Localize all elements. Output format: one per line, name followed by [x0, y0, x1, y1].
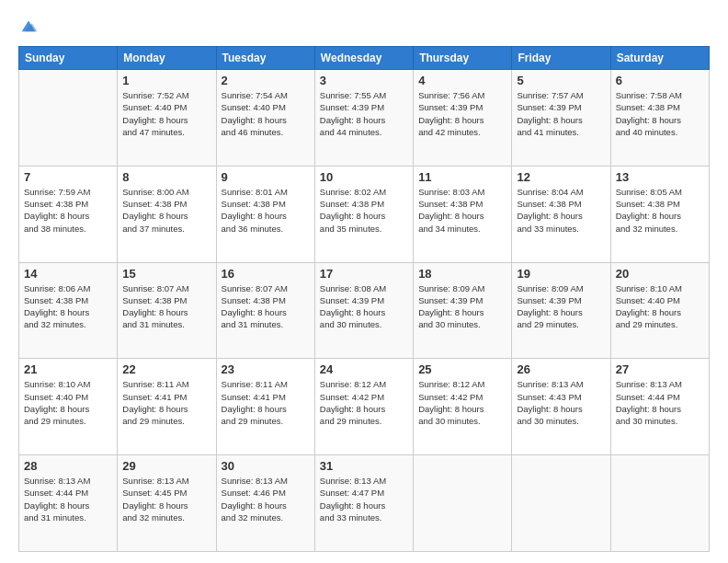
- day-info: Sunrise: 8:03 AMSunset: 4:38 PMDaylight:…: [418, 186, 506, 235]
- day-info: Sunrise: 8:08 AMSunset: 4:39 PMDaylight:…: [320, 282, 408, 331]
- weekday-header-row: SundayMondayTuesdayWednesdayThursdayFrid…: [19, 47, 710, 70]
- day-number: 2: [222, 74, 310, 87]
- calendar-cell: 19Sunrise: 8:09 AMSunset: 4:39 PMDayligh…: [512, 262, 610, 359]
- day-number: 16: [222, 267, 310, 281]
- day-number: 30: [222, 459, 310, 473]
- calendar-cell: 5Sunrise: 7:57 AMSunset: 4:39 PMDaylight…: [512, 70, 610, 167]
- calendar-cell: 4Sunrise: 7:56 AMSunset: 4:39 PMDaylight…: [414, 70, 512, 167]
- day-info: Sunrise: 8:04 AMSunset: 4:38 PMDaylight:…: [517, 186, 605, 235]
- day-number: 12: [517, 170, 605, 184]
- day-info: Sunrise: 8:13 AMSunset: 4:44 PMDaylight:…: [24, 475, 112, 523]
- day-number: 21: [24, 362, 112, 376]
- calendar-cell: 10Sunrise: 8:02 AMSunset: 4:38 PMDayligh…: [314, 166, 413, 262]
- day-number: 17: [320, 267, 408, 281]
- calendar-cell: [19, 70, 118, 167]
- weekday-header: Thursday: [414, 47, 512, 70]
- day-info: Sunrise: 8:06 AMSunset: 4:38 PMDaylight:…: [24, 282, 112, 331]
- weekday-header: Saturday: [610, 47, 709, 70]
- day-info: Sunrise: 7:58 AMSunset: 4:38 PMDaylight:…: [616, 89, 704, 138]
- calendar-cell: 9Sunrise: 8:01 AMSunset: 4:38 PMDaylight…: [216, 166, 314, 262]
- day-number: 15: [122, 267, 210, 281]
- calendar-cell: 27Sunrise: 8:13 AMSunset: 4:44 PMDayligh…: [610, 359, 709, 455]
- calendar-week-row: 1Sunrise: 7:52 AMSunset: 4:40 PMDaylight…: [19, 70, 710, 167]
- day-info: Sunrise: 8:01 AMSunset: 4:38 PMDaylight:…: [222, 186, 310, 235]
- day-number: 3: [320, 74, 408, 87]
- weekday-header: Friday: [512, 47, 610, 70]
- calendar-cell: [512, 455, 610, 552]
- day-info: Sunrise: 7:59 AMSunset: 4:38 PMDaylight:…: [24, 186, 112, 235]
- calendar-cell: 13Sunrise: 8:05 AMSunset: 4:38 PMDayligh…: [610, 166, 709, 262]
- day-info: Sunrise: 8:13 AMSunset: 4:43 PMDaylight:…: [517, 378, 605, 427]
- weekday-header: Monday: [118, 47, 216, 70]
- page: SundayMondayTuesdayWednesdayThursdayFrid…: [0, 0, 728, 563]
- calendar-cell: 30Sunrise: 8:13 AMSunset: 4:46 PMDayligh…: [216, 455, 314, 552]
- calendar-cell: 14Sunrise: 8:06 AMSunset: 4:38 PMDayligh…: [19, 262, 118, 359]
- calendar-cell: 11Sunrise: 8:03 AMSunset: 4:38 PMDayligh…: [414, 166, 512, 262]
- day-number: 18: [418, 267, 506, 281]
- calendar-cell: 28Sunrise: 8:13 AMSunset: 4:44 PMDayligh…: [19, 455, 118, 552]
- calendar-cell: 17Sunrise: 8:08 AMSunset: 4:39 PMDayligh…: [314, 262, 413, 359]
- calendar-cell: 2Sunrise: 7:54 AMSunset: 4:40 PMDaylight…: [216, 70, 314, 167]
- calendar-cell: [414, 455, 512, 552]
- day-info: Sunrise: 7:57 AMSunset: 4:39 PMDaylight:…: [517, 89, 605, 138]
- day-number: 27: [616, 362, 704, 376]
- day-info: Sunrise: 8:07 AMSunset: 4:38 PMDaylight:…: [122, 282, 210, 331]
- calendar-week-row: 14Sunrise: 8:06 AMSunset: 4:38 PMDayligh…: [19, 262, 710, 359]
- calendar: SundayMondayTuesdayWednesdayThursdayFrid…: [18, 46, 710, 552]
- calendar-cell: 20Sunrise: 8:10 AMSunset: 4:40 PMDayligh…: [610, 262, 709, 359]
- day-number: 8: [122, 170, 210, 184]
- logo-icon: [18, 17, 39, 37]
- day-number: 6: [616, 74, 704, 87]
- calendar-cell: 29Sunrise: 8:13 AMSunset: 4:45 PMDayligh…: [118, 455, 216, 552]
- day-info: Sunrise: 7:52 AMSunset: 4:40 PMDaylight:…: [122, 89, 210, 138]
- weekday-header: Tuesday: [216, 47, 314, 70]
- day-number: 19: [517, 267, 605, 281]
- calendar-cell: 23Sunrise: 8:11 AMSunset: 4:41 PMDayligh…: [216, 359, 314, 455]
- day-number: 23: [222, 362, 310, 376]
- calendar-week-row: 28Sunrise: 8:13 AMSunset: 4:44 PMDayligh…: [19, 455, 710, 552]
- calendar-week-row: 7Sunrise: 7:59 AMSunset: 4:38 PMDaylight…: [19, 166, 710, 262]
- day-number: 20: [616, 267, 704, 281]
- day-number: 4: [418, 74, 506, 87]
- day-info: Sunrise: 8:02 AMSunset: 4:38 PMDaylight:…: [320, 186, 408, 235]
- calendar-cell: 12Sunrise: 8:04 AMSunset: 4:38 PMDayligh…: [512, 166, 610, 262]
- day-number: 24: [320, 362, 408, 376]
- calendar-cell: 24Sunrise: 8:12 AMSunset: 4:42 PMDayligh…: [314, 359, 413, 455]
- day-number: 29: [122, 459, 210, 473]
- calendar-cell: 16Sunrise: 8:07 AMSunset: 4:38 PMDayligh…: [216, 262, 314, 359]
- calendar-cell: 26Sunrise: 8:13 AMSunset: 4:43 PMDayligh…: [512, 359, 610, 455]
- day-number: 7: [24, 170, 112, 184]
- calendar-cell: 31Sunrise: 8:13 AMSunset: 4:47 PMDayligh…: [314, 455, 413, 552]
- calendar-cell: [610, 455, 709, 552]
- calendar-cell: 8Sunrise: 8:00 AMSunset: 4:38 PMDaylight…: [118, 166, 216, 262]
- day-info: Sunrise: 7:56 AMSunset: 4:39 PMDaylight:…: [418, 89, 506, 138]
- day-number: 9: [222, 170, 310, 184]
- logo: [18, 17, 40, 39]
- day-number: 25: [418, 362, 506, 376]
- day-info: Sunrise: 8:07 AMSunset: 4:38 PMDaylight:…: [222, 282, 310, 331]
- day-number: 28: [24, 459, 112, 473]
- day-info: Sunrise: 8:12 AMSunset: 4:42 PMDaylight:…: [418, 378, 506, 427]
- day-number: 11: [418, 170, 506, 184]
- day-info: Sunrise: 8:13 AMSunset: 4:47 PMDaylight:…: [320, 475, 408, 523]
- day-info: Sunrise: 8:10 AMSunset: 4:40 PMDaylight:…: [24, 378, 112, 427]
- weekday-header: Sunday: [19, 47, 118, 70]
- day-info: Sunrise: 7:54 AMSunset: 4:40 PMDaylight:…: [222, 89, 310, 138]
- weekday-header: Wednesday: [314, 47, 413, 70]
- day-info: Sunrise: 8:13 AMSunset: 4:45 PMDaylight:…: [122, 475, 210, 523]
- day-info: Sunrise: 7:55 AMSunset: 4:39 PMDaylight:…: [320, 89, 408, 138]
- day-number: 10: [320, 170, 408, 184]
- day-info: Sunrise: 8:11 AMSunset: 4:41 PMDaylight:…: [122, 378, 210, 427]
- calendar-cell: 25Sunrise: 8:12 AMSunset: 4:42 PMDayligh…: [414, 359, 512, 455]
- day-info: Sunrise: 8:10 AMSunset: 4:40 PMDaylight:…: [616, 282, 704, 331]
- day-info: Sunrise: 8:13 AMSunset: 4:44 PMDaylight:…: [616, 378, 704, 427]
- calendar-cell: 21Sunrise: 8:10 AMSunset: 4:40 PMDayligh…: [19, 359, 118, 455]
- day-number: 14: [24, 267, 112, 281]
- day-number: 31: [320, 459, 408, 473]
- calendar-cell: 15Sunrise: 8:07 AMSunset: 4:38 PMDayligh…: [118, 262, 216, 359]
- calendar-cell: 22Sunrise: 8:11 AMSunset: 4:41 PMDayligh…: [118, 359, 216, 455]
- day-info: Sunrise: 8:05 AMSunset: 4:38 PMDaylight:…: [616, 186, 704, 235]
- calendar-cell: 7Sunrise: 7:59 AMSunset: 4:38 PMDaylight…: [19, 166, 118, 262]
- day-number: 26: [517, 362, 605, 376]
- day-info: Sunrise: 8:09 AMSunset: 4:39 PMDaylight:…: [517, 282, 605, 331]
